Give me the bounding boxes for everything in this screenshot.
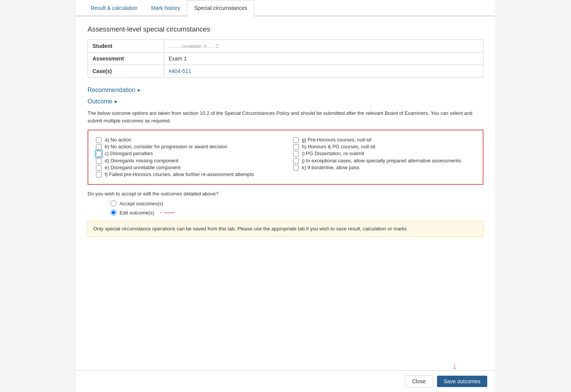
- value-assessment: Exam 1: [164, 52, 483, 65]
- radio-item-accept: Accept outcomes(s): [110, 200, 483, 206]
- radio-edit-label: Edit outcome(s): [120, 210, 154, 216]
- option-b: b) No action, consider for progression o…: [96, 143, 278, 150]
- recommendation-arrow-icon: ►: [137, 87, 141, 93]
- recommendation-label: Recommendation: [88, 87, 135, 94]
- tab-markhistory[interactable]: Mark history: [144, 0, 187, 16]
- warning-text: Only special circumstance operations can…: [93, 226, 407, 232]
- main-content: Assessment-level special circumstances S…: [76, 16, 495, 273]
- option-h: h) Honours & PG courses, null-sit: [293, 143, 475, 150]
- checkbox-h[interactable]: [293, 144, 299, 150]
- radio-accept-label: Accept outcomes(s): [120, 201, 163, 206]
- checkbox-k[interactable]: [293, 165, 299, 171]
- tab-special[interactable]: Special circumstances: [187, 0, 254, 16]
- checkbox-a[interactable]: [96, 137, 102, 143]
- accept-edit-question: Do you wish to accept or edit the outcom…: [88, 191, 483, 197]
- value-student: ..........candidate, A...... C: [164, 40, 483, 52]
- close-button[interactable]: Close: [405, 375, 433, 387]
- checkbox-b[interactable]: [96, 144, 102, 150]
- label-b: b) No action, consider for progression o…: [105, 143, 227, 150]
- label-h: h) Honours & PG courses, null-sit: [302, 143, 375, 150]
- info-table: Student ..........candidate, A...... C A…: [88, 40, 483, 78]
- table-row-student: Student ..........candidate, A...... C: [88, 40, 483, 52]
- label-f: f) Failed pre-Honours courses, allow fur…: [105, 171, 254, 178]
- warning-banner: Only special circumstance operations can…: [88, 221, 483, 237]
- checkbox-i[interactable]: [293, 151, 299, 157]
- label-g: g) Pre-Honours courses, null-sit: [302, 136, 372, 143]
- option-a: a) No action: [96, 136, 278, 143]
- down-arrow-icon: ↓: [453, 361, 457, 371]
- label-cases: Case(s): [88, 65, 164, 78]
- option-f: f) Failed pre-Honours courses, allow fur…: [96, 171, 278, 178]
- checkbox-f[interactable]: [96, 172, 102, 178]
- table-row-assessment: Assessment Exam 1: [88, 52, 483, 65]
- label-a: a) No action: [105, 136, 131, 143]
- outcome-header[interactable]: Outcome ►: [88, 98, 483, 105]
- tab-result[interactable]: Result & calculation: [84, 0, 144, 16]
- checkbox-d[interactable]: [96, 158, 102, 164]
- page-wrapper: Result & calculation Mark history Specia…: [76, 0, 495, 392]
- section-heading: Assessment-level special circumstances: [88, 25, 483, 33]
- checkbox-c[interactable]: [96, 151, 102, 157]
- option-e: e) Disregard unreliable component: [96, 164, 278, 171]
- label-d: d) Disregards missing component: [105, 157, 179, 164]
- label-k: k) If borderline, allow pass: [302, 164, 359, 171]
- radio-item-edit: Edit outcome(s) ←——: [110, 209, 483, 216]
- save-outcomes-button[interactable]: Save outcomes: [437, 376, 488, 387]
- label-e: e) Disregard unreliable component: [105, 164, 180, 171]
- outcome-right-column: g) Pre-Honours courses, null-sit h) Hono…: [293, 136, 475, 178]
- radio-group: Accept outcomes(s) Edit outcome(s) ←——: [88, 200, 483, 216]
- footer: Close Save outcomes: [76, 370, 495, 392]
- table-row-cases: Case(s) #404-511: [88, 65, 483, 78]
- recommendation-header[interactable]: Recommendation ►: [88, 87, 483, 94]
- edit-arrow-icon: ←——: [159, 209, 175, 216]
- value-cases: #404-511: [164, 65, 483, 78]
- checkbox-e[interactable]: [96, 165, 102, 171]
- option-i: i) PG Dissertation, re-submit: [293, 150, 475, 157]
- outcome-left-column: a) No action b) No action, consider for …: [96, 136, 278, 178]
- label-student: Student: [88, 40, 164, 52]
- checkbox-j[interactable]: [293, 158, 299, 164]
- radio-accept[interactable]: [110, 200, 116, 206]
- label-c: c) Disregard penalties: [105, 150, 153, 157]
- option-j: j) In exceptional cases, allow specially…: [293, 157, 475, 164]
- outcome-options-box: a) No action b) No action, consider for …: [88, 130, 483, 185]
- outcome-arrow-icon: ►: [114, 99, 118, 104]
- outcome-description: The below outcome options are taken from…: [88, 110, 483, 124]
- option-k: k) If borderline, allow pass: [293, 164, 475, 171]
- label-assessment: Assessment: [88, 52, 164, 65]
- outcome-label: Outcome: [88, 98, 112, 105]
- radio-edit[interactable]: [110, 209, 116, 216]
- label-i: i) PG Dissertation, re-submit: [302, 150, 364, 157]
- student-value: ..........candidate, A...... C: [169, 44, 219, 49]
- tabs-container: Result & calculation Mark history Specia…: [76, 0, 495, 16]
- checkbox-g[interactable]: [293, 137, 299, 143]
- cases-link[interactable]: #404-511: [169, 68, 191, 74]
- label-j: j) In exceptional cases, allow specially…: [302, 157, 461, 164]
- option-d: d) Disregards missing component: [96, 157, 278, 164]
- option-c: c) Disregard penalties: [96, 150, 278, 157]
- option-g: g) Pre-Honours courses, null-sit: [293, 136, 475, 143]
